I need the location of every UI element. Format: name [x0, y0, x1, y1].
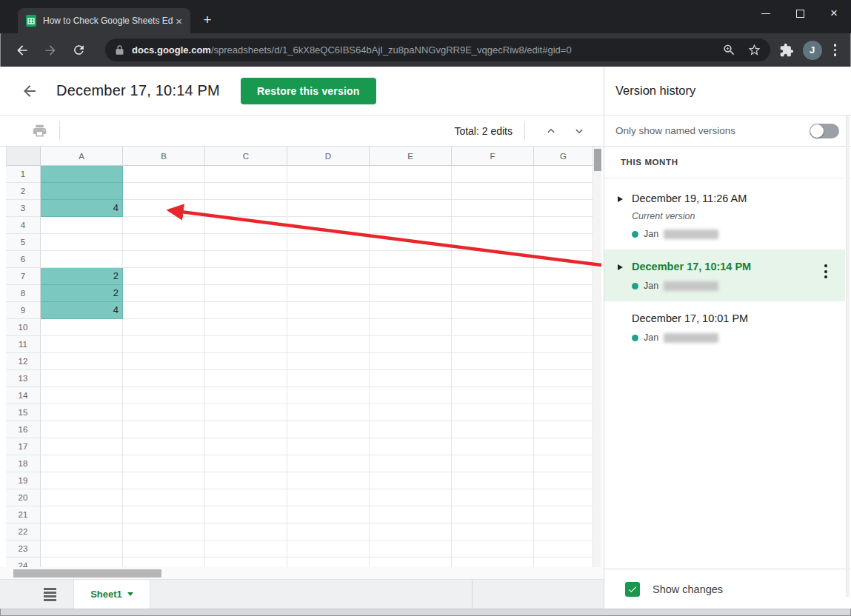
show-changes-checkbox[interactable]: [625, 582, 640, 597]
toolbar-divider: [59, 121, 60, 141]
reload-icon: [72, 43, 86, 57]
row-header-8: 8: [6, 285, 41, 302]
version-entry[interactable]: December 17, 10:14 PMJan: [604, 250, 845, 301]
grid-horizontal-scrollbar[interactable]: [0, 567, 604, 580]
named-versions-toggle[interactable]: [810, 124, 839, 138]
cell-B11: [123, 336, 205, 353]
grid-row-12: 12: [6, 353, 604, 370]
grid-row-11: 11: [6, 336, 604, 353]
row-header-21: 21: [6, 506, 41, 523]
tab-close-icon[interactable]: ×: [173, 16, 184, 27]
cell-F11: [452, 336, 534, 353]
star-icon: [747, 43, 761, 57]
all-sheets-button[interactable]: [39, 584, 61, 605]
section-header: THIS MONTH: [604, 147, 851, 178]
cell-B14: [123, 387, 205, 404]
window-minimize-button[interactable]: [749, 0, 783, 27]
grid-vertical-scrollbar[interactable]: [593, 147, 601, 567]
next-edit-button[interactable]: [568, 120, 590, 142]
extensions-button[interactable]: [778, 41, 795, 59]
version-more-options-icon[interactable]: [821, 261, 830, 281]
spreadsheet-grid: ABCDEFG 12344567282941011121314151617181…: [0, 147, 604, 567]
cell-C8: [205, 285, 287, 302]
zoom-page-button[interactable]: [721, 42, 738, 58]
named-versions-toggle-row: Only show named versions: [604, 115, 851, 147]
sheet-tab-sheet1[interactable]: Sheet1: [73, 580, 150, 609]
total-edits-label: Total: 2 edits: [454, 125, 513, 137]
author-color-dot-icon: [632, 231, 638, 238]
expand-triangle-icon[interactable]: [618, 264, 623, 270]
cell-E3: [370, 200, 452, 217]
window-maximize-button[interactable]: [783, 0, 817, 27]
cell-B15: [123, 404, 205, 421]
row-header-23: 23: [6, 540, 41, 558]
exit-version-history-button[interactable]: [19, 81, 40, 101]
author-name-redacted: [664, 230, 718, 239]
row-header-22: 22: [6, 523, 41, 540]
url-path: /spreadsheets/d/1_6kX8eQC6IBS64bAjI_zu8p…: [211, 44, 572, 56]
cell-A16: [41, 421, 123, 438]
cell-A13: [41, 370, 123, 387]
restore-version-button[interactable]: Restore this version: [241, 78, 376, 104]
cell-C23: [205, 540, 287, 558]
cell-G8: [534, 285, 593, 302]
browser-navbar: docs.google.com/spreadsheets/d/1_6kX8eQC…: [0, 33, 851, 67]
expand-triangle-icon[interactable]: [618, 196, 623, 202]
cell-F23: [452, 540, 534, 558]
reload-button[interactable]: [70, 41, 87, 59]
back-arrow-icon: [21, 82, 39, 100]
cell-A3: 4: [41, 200, 123, 217]
version-entry[interactable]: December 17, 10:01 PMJan: [604, 301, 845, 353]
cell-A14: [41, 387, 123, 404]
cell-C14: [205, 387, 287, 404]
url-bar[interactable]: docs.google.com/spreadsheets/d/1_6kX8eQC…: [105, 38, 770, 61]
tab-title: How to Check Google Sheets Edi: [43, 16, 173, 26]
grid-body: 1234456728294101112131415161718192021222…: [6, 166, 604, 567]
toggle-label: Only show named versions: [615, 125, 810, 136]
cell-A1: [41, 166, 123, 183]
back-nav-button[interactable]: [13, 41, 31, 59]
cell-F16: [452, 421, 534, 438]
cell-A17: [41, 438, 123, 455]
column-header-D: D: [287, 147, 370, 166]
cell-A9: 4: [41, 302, 123, 319]
grid-row-2: 2: [6, 183, 604, 200]
row-header-12: 12: [6, 353, 41, 370]
window-close-button[interactable]: ×: [817, 0, 851, 27]
scrollbar-thumb[interactable]: [594, 149, 601, 171]
cell-F15: [452, 404, 534, 421]
bookmark-star-button[interactable]: [747, 42, 763, 58]
cell-E24: [370, 558, 452, 567]
cell-D10: [287, 319, 370, 336]
grid-row-4: 4: [6, 217, 604, 234]
cell-G15: [534, 404, 593, 421]
panel-scrollbar[interactable]: [846, 116, 850, 597]
cell-D23: [287, 540, 370, 558]
profile-avatar[interactable]: J: [803, 41, 822, 60]
cell-C17: [205, 438, 287, 455]
row-header-20: 20: [6, 489, 41, 506]
cell-C7: [205, 268, 287, 285]
new-tab-button[interactable]: +: [197, 10, 218, 30]
cell-D16: [287, 421, 370, 438]
cell-F5: [452, 234, 534, 251]
scrollbar-thumb[interactable]: [13, 569, 161, 578]
cell-B23: [123, 540, 205, 558]
cell-G12: [534, 353, 593, 370]
cell-D17: [287, 438, 370, 455]
cell-E20: [370, 489, 452, 506]
version-entry[interactable]: December 19, 11:26 AMCurrent versionJan: [604, 181, 845, 250]
cell-G3: [534, 200, 593, 217]
cell-C15: [205, 404, 287, 421]
cell-B7: [123, 268, 205, 285]
forward-nav-button[interactable]: [41, 41, 59, 59]
browser-tab[interactable]: How to Check Google Sheets Edi ×: [18, 8, 190, 33]
print-button[interactable]: [32, 123, 47, 138]
cell-A15: [41, 404, 123, 421]
cell-D7: [287, 268, 370, 285]
cell-G16: [534, 421, 593, 438]
row-header-15: 15: [6, 404, 41, 421]
browser-menu-button[interactable]: [828, 41, 843, 59]
cell-B20: [123, 489, 205, 506]
previous-edit-button[interactable]: [540, 120, 562, 142]
